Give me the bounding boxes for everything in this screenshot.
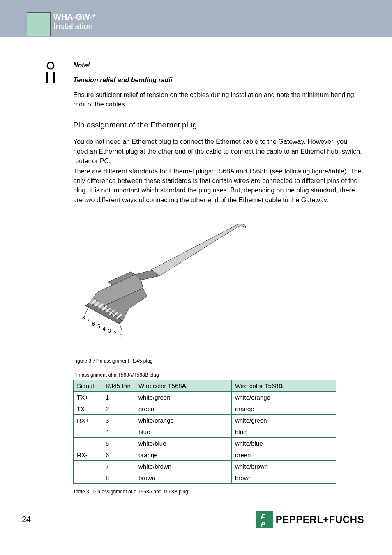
cell-pin: 3 (102, 414, 135, 426)
cell-b: white/blue (232, 437, 336, 449)
note-subtitle: Tension relief and bending radii (73, 76, 363, 84)
cell-signal (74, 437, 102, 449)
cell-b: green (232, 449, 336, 460)
section-title: Installation (53, 22, 96, 31)
pin-label-4: 4 (103, 326, 106, 332)
table-row: RX-6orangegreen (74, 449, 336, 460)
cell-a: green (135, 403, 232, 414)
cell-pin: 6 (102, 449, 135, 460)
svg-text:P: P (261, 521, 265, 528)
cell-pin: 5 (102, 437, 135, 449)
ethernet-heading: Pin assignment of the Ethernet plug (73, 120, 363, 130)
th-colB: Wire color T568B (232, 380, 336, 391)
th-colA-bold: A (182, 382, 187, 389)
cell-b: white/brown (232, 460, 336, 472)
table-row: 5white/bluewhite/blue (74, 437, 336, 449)
footer-logo-icon: F P (256, 511, 273, 528)
cell-signal: RX- (74, 449, 102, 460)
table-row: TX-2greenorange (74, 403, 336, 414)
cell-a: white/green (135, 391, 232, 403)
note-text: Ensure sufficient relief of tension on t… (73, 90, 363, 109)
table-row: TX+1white/greenwhite/orange (74, 391, 336, 403)
pin-label-8: 8 (82, 315, 85, 321)
th-rj45: RJ45 Pin (102, 380, 135, 391)
table-row: 8brownbrown (74, 472, 336, 483)
svg-line-13 (85, 306, 89, 316)
figure-caption-prefix: Figure 3.7 (73, 358, 95, 364)
header-text: WHA-GW-* Installation (53, 12, 96, 31)
cell-b: white/orange (232, 391, 336, 403)
header-square (27, 12, 51, 36)
pin-label-7: 7 (87, 318, 90, 324)
cell-signal (74, 426, 102, 437)
cell-a: brown (135, 472, 232, 483)
table-caption: Table 3.1Pin assignment of a T568A and T… (73, 489, 363, 495)
pin-label-5: 5 (97, 324, 100, 329)
cell-signal: RX+ (74, 414, 102, 426)
cell-pin: 7 (102, 460, 135, 472)
svg-line-14 (119, 322, 122, 332)
model-id: WHA-GW-* (53, 12, 96, 22)
cell-b: white/green (232, 414, 336, 426)
cell-b: brown (232, 472, 336, 483)
cell-signal (74, 460, 102, 472)
svg-point-0 (47, 62, 54, 69)
table-row: RX+3white/orangewhite/green (74, 414, 336, 426)
svg-text:F: F (261, 513, 265, 520)
pin-label-6: 6 (92, 321, 95, 327)
th-colA: Wire color T568A (135, 380, 232, 391)
header-bar: WHA-GW-* Installation (0, 0, 392, 37)
note-title: Note! (73, 62, 363, 69)
table-row: 7white/brownwhite/brown (74, 460, 336, 472)
table-caption-prefix: Table 3.1 (73, 489, 93, 495)
footer-brand: PEPPERL+FUCHS (276, 514, 364, 525)
cell-a: white/brown (135, 460, 232, 472)
th-colB-bold: B (279, 382, 283, 389)
cell-signal (74, 472, 102, 483)
pin-label-2: 2 (113, 331, 116, 336)
th-signal: Signal (74, 380, 102, 391)
table-row: 4blueblue (74, 426, 336, 437)
cell-a: blue (135, 426, 232, 437)
pin-table: Signal RJ45 Pin Wire color T568A Wire co… (73, 380, 336, 484)
note-icon (44, 62, 57, 85)
cell-pin: 8 (102, 472, 135, 483)
footer-logo: F P PEPPERL+FUCHS (256, 511, 364, 528)
cell-a: orange (135, 449, 232, 460)
figure-caption: Figure 3.7Pin assignment RJ45 plug (73, 358, 363, 364)
content-area: Note! Tension relief and bending radii E… (73, 62, 363, 495)
cell-signal: TX+ (74, 391, 102, 403)
rj45-figure: 8 7 6 5 4 3 2 1 (73, 216, 363, 348)
th-colB-pre: Wire color T568 (235, 382, 279, 389)
cell-b: orange (232, 403, 336, 414)
cell-a: white/orange (135, 414, 232, 426)
table-title: Pin assignment of a T568A/T568B plug (73, 372, 363, 378)
table-caption-text: Pin assignment of a T568A and T568B plug (93, 489, 188, 495)
pin-label-1: 1 (120, 333, 122, 339)
cell-pin: 2 (102, 403, 135, 414)
page-number: 24 (22, 515, 31, 524)
cell-b: blue (232, 426, 336, 437)
figure-caption-text: Pin assignment RJ45 plug (95, 358, 152, 364)
cell-a: white/blue (135, 437, 232, 449)
th-colA-pre: Wire color T568 (138, 382, 182, 389)
cell-signal: TX- (74, 403, 102, 414)
ethernet-para1: You do not need an Ethernet plug to conn… (73, 137, 363, 166)
cell-pin: 1 (102, 391, 135, 403)
ethernet-para2: There are different standards for Ethern… (73, 166, 363, 205)
cell-pin: 4 (102, 426, 135, 437)
pin-label-3: 3 (108, 328, 111, 334)
